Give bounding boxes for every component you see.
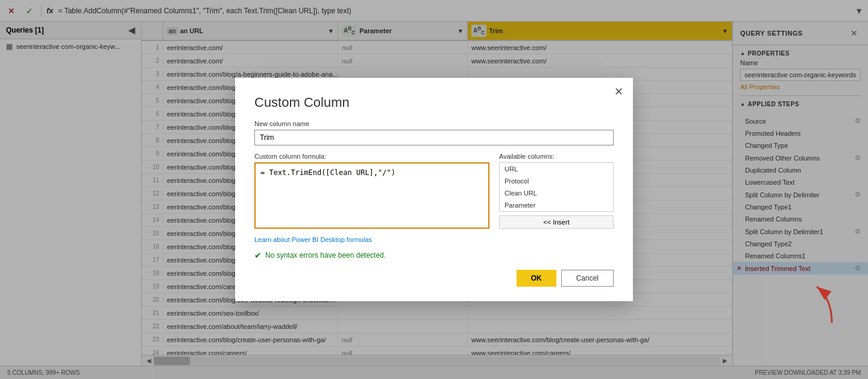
- syntax-message: No syntax errors have been detected.: [265, 251, 386, 260]
- formula-label: Custom column formula:: [254, 153, 489, 160]
- syntax-ok-icon: ✔: [254, 250, 262, 260]
- custom-column-modal: ✕ Custom Column New column name Custom c…: [235, 78, 633, 301]
- modal-ok-button[interactable]: OK: [517, 270, 556, 287]
- available-columns-list: URLProtocolClean URLParameter: [499, 162, 614, 212]
- modal-footer: OK Cancel: [254, 270, 614, 287]
- formula-area-wrap: Custom column formula:: [254, 153, 489, 229]
- insert-button[interactable]: << Insert: [499, 215, 614, 229]
- available-column-item[interactable]: URL: [500, 163, 613, 175]
- learn-formulas-link[interactable]: Learn about Power BI Desktop formulas: [254, 236, 614, 243]
- modal-close-button[interactable]: ✕: [614, 85, 623, 98]
- modal-title: Custom Column: [254, 95, 614, 110]
- modal-body: Custom column formula: Available columns…: [254, 153, 614, 229]
- new-col-name-label: New column name: [254, 120, 614, 127]
- syntax-check-area: ✔ No syntax errors have been detected.: [254, 250, 614, 260]
- modal-cancel-button[interactable]: Cancel: [561, 270, 614, 287]
- available-columns-section: Available columns: URLProtocolClean URLP…: [499, 153, 614, 229]
- available-columns-label: Available columns:: [499, 153, 614, 160]
- available-column-item[interactable]: Parameter: [500, 199, 613, 211]
- available-column-item[interactable]: Protocol: [500, 175, 613, 187]
- new-col-name-input[interactable]: [254, 130, 614, 145]
- modal-overlay: ✕ Custom Column New column name Custom c…: [0, 0, 868, 379]
- available-column-item[interactable]: Clean URL: [500, 187, 613, 199]
- custom-formula-textarea[interactable]: [254, 162, 489, 229]
